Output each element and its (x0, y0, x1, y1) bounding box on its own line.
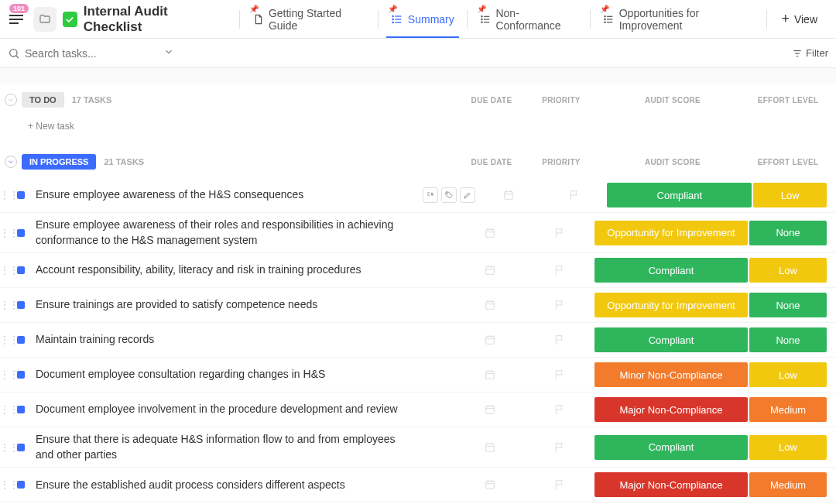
effort-level-cell[interactable]: Low (749, 362, 827, 387)
folder-button[interactable] (33, 7, 57, 32)
due-date-cell[interactable] (455, 441, 525, 454)
svg-rect-56 (486, 482, 495, 489)
topbar: 101 Internal Audit Checklist 📌 Getting S… (0, 0, 836, 39)
audit-score-cell[interactable]: Major Non-Compliance (594, 472, 748, 497)
audit-score-cell[interactable]: Compliant (594, 435, 748, 460)
audit-score-cell[interactable]: Compliant (594, 327, 748, 352)
task-row[interactable]: ⋮⋮ Ensure the established audit process … (0, 468, 836, 502)
status-square[interactable] (17, 266, 25, 274)
effort-level-cell[interactable]: Low (749, 258, 827, 283)
divider (467, 10, 468, 29)
menu-button[interactable]: 101 (6, 9, 27, 30)
filter-button[interactable]: Filter (792, 47, 828, 59)
svg-point-5 (392, 22, 393, 22)
svg-point-9 (481, 15, 482, 16)
status-square[interactable] (17, 191, 25, 199)
status-square[interactable] (17, 444, 25, 451)
priority-cell[interactable] (525, 478, 594, 491)
task-row[interactable]: ⋮⋮ Ensure employee awareness of the H&S … (0, 178, 836, 213)
drag-handle[interactable]: ⋮⋮ (0, 300, 11, 310)
effort-level-cell[interactable]: None (749, 221, 827, 245)
drag-handle[interactable]: ⋮⋮ (0, 404, 11, 415)
due-date-cell[interactable] (455, 334, 525, 346)
drag-handle[interactable]: ⋮⋮ (0, 265, 11, 276)
collapse-toggle[interactable] (5, 94, 17, 106)
task-row[interactable]: ⋮⋮ Ensure that there is adequate H&S inf… (0, 427, 836, 468)
audit-score-cell[interactable]: Compliant (594, 258, 748, 283)
search-input[interactable] (25, 47, 160, 60)
drag-handle[interactable]: ⋮⋮ (0, 334, 11, 345)
drag-handle[interactable]: ⋮⋮ (0, 190, 11, 201)
svg-point-23 (447, 194, 448, 194)
due-date-cell[interactable] (455, 264, 525, 276)
audit-score-cell[interactable]: Minor Non-Compliance (594, 362, 748, 387)
priority-cell[interactable] (525, 299, 594, 311)
effort-level-cell[interactable]: Low (749, 435, 827, 460)
priority-cell[interactable] (525, 369, 594, 381)
divider (239, 10, 240, 29)
due-date-cell[interactable] (455, 403, 525, 416)
effort-level-cell[interactable]: Low (753, 183, 827, 207)
status-pill-todo[interactable]: TO DO (22, 92, 64, 108)
status-square[interactable] (17, 229, 25, 237)
priority-cell[interactable] (525, 441, 594, 454)
due-date-cell[interactable] (455, 227, 525, 239)
task-row[interactable]: ⋮⋮ Maintain training records Compliant N… (0, 323, 836, 358)
folder-icon (39, 13, 51, 26)
drag-handle[interactable]: ⋮⋮ (0, 479, 11, 490)
task-row[interactable]: ⋮⋮ Document employee consultation regard… (0, 358, 836, 393)
due-date-cell[interactable] (475, 189, 541, 201)
new-task-button[interactable]: + New task (0, 116, 836, 146)
effort-level-cell[interactable]: Medium (749, 397, 827, 422)
chevron-down-icon[interactable] (163, 46, 174, 60)
due-date-cell[interactable] (455, 478, 525, 491)
status-square[interactable] (17, 301, 25, 309)
tag-icon[interactable] (441, 187, 457, 203)
drag-handle[interactable]: ⋮⋮ (0, 442, 11, 453)
due-date-cell[interactable] (455, 369, 525, 381)
status-square[interactable] (17, 371, 25, 379)
pin-icon: 📌 (249, 5, 259, 13)
task-row[interactable]: ⋮⋮ Ensure trainings are provided to sati… (0, 288, 836, 323)
col-priority: PRIORITY (526, 96, 596, 105)
tab-non-conformance[interactable]: 📌 Non-Conformance (469, 0, 588, 38)
task-row[interactable]: ⋮⋮ Account responsibility, ability, lite… (0, 253, 836, 288)
drag-handle[interactable]: ⋮⋮ (0, 369, 11, 380)
effort-level-cell[interactable]: None (749, 327, 827, 352)
subtask-icon[interactable] (423, 187, 438, 203)
audit-score-cell[interactable]: Opportunity for Improvement (594, 221, 748, 245)
svg-rect-52 (486, 444, 495, 451)
column-headers: DUE DATE PRIORITY AUDIT SCORE EFFORT LEV… (457, 96, 836, 105)
task-name: Account responsibility, ability, literac… (36, 262, 423, 278)
status-square[interactable] (17, 406, 25, 413)
svg-rect-36 (486, 302, 495, 310)
due-date-cell[interactable] (455, 299, 525, 311)
audit-score-cell[interactable]: Major Non-Compliance (594, 397, 748, 422)
task-row[interactable]: ⋮⋮ Ensure employee awareness of their ro… (0, 213, 836, 253)
priority-cell[interactable] (541, 189, 607, 201)
tab-summary[interactable]: 📌 Summary (380, 0, 465, 38)
view-label: View (794, 13, 817, 26)
drag-handle[interactable]: ⋮⋮ (0, 228, 11, 238)
edit-icon[interactable] (460, 187, 475, 203)
tab-getting-started[interactable]: 📌 Getting Started Guide (242, 0, 376, 38)
status-square[interactable] (17, 481, 25, 489)
tab-opportunities[interactable]: 📌 Opportunities for Improvement (592, 0, 766, 38)
collapse-toggle[interactable] (5, 156, 17, 168)
list-icon (391, 13, 403, 26)
spacer (0, 68, 836, 84)
effort-level-cell[interactable]: None (749, 293, 827, 317)
status-pill-inprogress[interactable]: IN PROGRESS (22, 154, 96, 170)
svg-point-16 (605, 19, 605, 19)
priority-cell[interactable] (525, 334, 594, 346)
task-row[interactable]: ⋮⋮ Document employee involvement in the … (0, 393, 836, 427)
notification-badge: 101 (9, 4, 29, 13)
audit-score-cell[interactable]: Opportunity for Improvement (594, 293, 748, 317)
status-square[interactable] (17, 336, 25, 344)
priority-cell[interactable] (525, 264, 594, 276)
priority-cell[interactable] (525, 403, 594, 416)
effort-level-cell[interactable]: Medium (749, 472, 827, 497)
view-button[interactable]: + View (769, 11, 830, 27)
audit-score-cell[interactable]: Compliant (607, 183, 752, 207)
priority-cell[interactable] (525, 227, 594, 239)
